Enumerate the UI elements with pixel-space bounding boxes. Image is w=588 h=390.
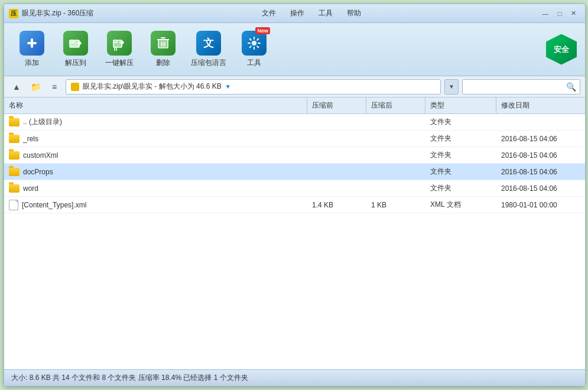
cell-after	[366, 147, 425, 163]
toolbar: 添加 解压到 一键解压	[4, 23, 585, 76]
nav-folder-button[interactable]: 📁	[28, 79, 43, 95]
tools-icon: New	[242, 31, 267, 56]
search-input[interactable]	[466, 83, 566, 91]
extract-icon	[63, 31, 88, 56]
cell-date: 2016-08-15 04:06	[496, 164, 585, 180]
svg-rect-1	[27, 42, 37, 44]
tools-label: 工具	[247, 58, 261, 68]
delete-label: 删除	[156, 58, 170, 68]
table-row[interactable]: _rels 文件夹 2016-08-15 04:06	[4, 131, 585, 147]
menu-operate[interactable]: 操作	[288, 7, 307, 20]
toolbar-onekey[interactable]: 一键解压	[99, 27, 140, 72]
new-badge: New	[255, 27, 270, 34]
cell-type: 文件夹	[425, 164, 496, 180]
header-before[interactable]: 压缩前	[307, 98, 366, 113]
extract-label: 解压到	[65, 58, 86, 68]
folder-icon	[9, 118, 20, 126]
statusbar: 大小: 8.6 KB 共 14 个文件和 8 个文件夹 压缩率 18.4% 已经…	[4, 369, 585, 386]
window-controls: — □ ✕	[539, 8, 580, 20]
cell-name: .. (上级目录)	[4, 114, 307, 130]
toolbar-tools[interactable]: New 工具	[233, 27, 275, 72]
cell-before	[307, 114, 366, 130]
menu-bar: 文件 操作 工具 帮助	[259, 7, 363, 20]
app-icon: 压	[9, 9, 18, 18]
compress-icon: 文	[196, 31, 221, 56]
table-row[interactable]: .. (上级目录) 文件夹	[4, 114, 585, 131]
toolbar-compress[interactable]: 文 压缩包语言	[186, 27, 231, 72]
minimize-button[interactable]: —	[539, 8, 552, 20]
cell-date: 2016-08-15 04:06	[496, 180, 585, 196]
cell-name: [Content_Types].xml	[4, 197, 307, 213]
window-title: 眼见非实.zip - 360压缩	[22, 8, 93, 18]
path-dropdown[interactable]: ▼	[444, 79, 459, 95]
nav-path: 眼见非实.zip\眼见非实 - 解包大小为 46.6 KB ▼	[66, 79, 441, 95]
menu-tools[interactable]: 工具	[316, 7, 335, 20]
file-header: 名称 压缩前 压缩后 类型 修改日期	[4, 98, 585, 114]
maximize-button[interactable]: □	[553, 8, 566, 20]
header-type[interactable]: 类型	[425, 98, 496, 113]
cell-type: 文件夹	[425, 147, 496, 163]
main-window: 压 眼见非实.zip - 360压缩 文件 操作 工具 帮助 — □ ✕ 添加	[4, 4, 586, 386]
cell-before	[307, 164, 366, 180]
close-button[interactable]: ✕	[567, 8, 580, 20]
path-icon	[71, 83, 79, 91]
cell-date: 2016-08-15 04:06	[496, 131, 585, 147]
cell-date	[496, 114, 585, 130]
file-area: 名称 压缩前 压缩后 类型 修改日期 .. (上级目录)	[4, 98, 585, 369]
cell-date: 2016-08-15 04:06	[496, 147, 585, 163]
cell-after	[366, 164, 425, 180]
search-box: 🔍	[462, 79, 580, 95]
svg-rect-3	[70, 40, 74, 43]
nav-list-button[interactable]: ≡	[47, 79, 62, 95]
table-row[interactable]: word 文件夹 2016-08-15 04:06	[4, 180, 585, 197]
cell-name: word	[4, 180, 307, 196]
table-row[interactable]: [Content_Types].xml 1.4 KB 1 KB XML 文档 1…	[4, 197, 585, 213]
toolbar-add[interactable]: 添加	[11, 27, 53, 72]
titlebar: 压 眼见非实.zip - 360压缩 文件 操作 工具 帮助 — □ ✕	[4, 4, 585, 23]
svg-rect-5	[113, 40, 117, 43]
path-arrow: ▼	[225, 83, 231, 90]
svg-point-7	[252, 41, 256, 46]
onekey-icon	[107, 31, 132, 56]
add-label: 添加	[25, 58, 39, 68]
cell-name: customXml	[4, 147, 307, 163]
folder-icon	[9, 168, 20, 176]
menu-help[interactable]: 帮助	[345, 7, 363, 20]
header-date[interactable]: 修改日期	[496, 98, 585, 113]
security-hexagon: 安全	[546, 34, 577, 65]
delete-icon	[151, 31, 176, 56]
file-icon	[9, 200, 18, 210]
cell-type: 文件夹	[425, 131, 496, 147]
titlebar-left: 压 眼见非实.zip - 360压缩	[9, 8, 93, 18]
cell-name: _rels	[4, 131, 307, 147]
cell-before	[307, 180, 366, 196]
cell-after	[366, 114, 425, 130]
cell-before: 1.4 KB	[307, 197, 366, 213]
cell-after	[366, 131, 425, 147]
toolbar-delete[interactable]: 删除	[142, 27, 184, 72]
cell-type: 文件夹	[425, 180, 496, 196]
navbar: ▲ 📁 ≡ 眼见非实.zip\眼见非实 - 解包大小为 46.6 KB ▼ ▼ …	[4, 76, 585, 98]
cell-before	[307, 147, 366, 163]
search-icon[interactable]: 🔍	[566, 82, 576, 92]
cell-after	[366, 180, 425, 196]
add-icon	[20, 31, 44, 56]
table-row[interactable]: customXml 文件夹 2016-08-15 04:06	[4, 147, 585, 164]
cell-after: 1 KB	[366, 197, 425, 213]
toolbar-extract[interactable]: 解压到	[55, 27, 96, 72]
table-row[interactable]: docProps 文件夹 2016-08-15 04:06	[4, 164, 585, 180]
folder-icon	[9, 135, 20, 143]
status-text: 大小: 8.6 KB 共 14 个文件和 8 个文件夹 压缩率 18.4% 已经…	[11, 373, 248, 383]
security-badge[interactable]: 安全	[545, 33, 578, 66]
security-label: 安全	[554, 44, 569, 55]
cell-before	[307, 131, 366, 147]
file-list: .. (上级目录) 文件夹 _rels 文件夹 2016-08-15 04:06	[4, 114, 585, 369]
menu-file[interactable]: 文件	[259, 7, 278, 20]
compress-label: 压缩包语言	[191, 58, 226, 68]
header-after[interactable]: 压缩后	[366, 98, 425, 113]
nav-up-button[interactable]: ▲	[9, 79, 24, 95]
folder-icon	[9, 184, 20, 193]
folder-icon	[9, 151, 20, 160]
header-name[interactable]: 名称	[4, 98, 307, 113]
cell-type: XML 文档	[425, 197, 496, 213]
